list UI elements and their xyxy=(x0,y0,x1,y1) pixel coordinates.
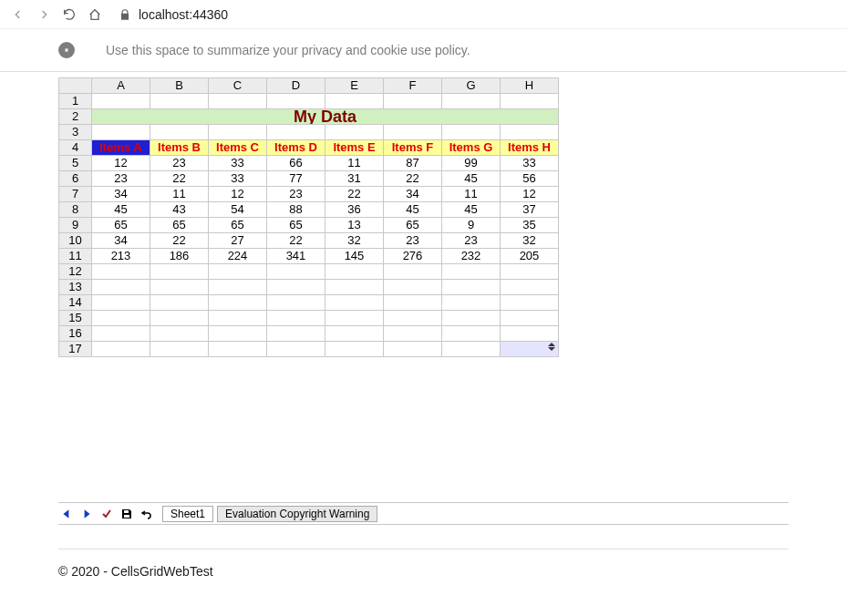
row-header[interactable]: 5 xyxy=(59,156,92,171)
empty-cell[interactable] xyxy=(150,94,209,109)
home-button[interactable] xyxy=(84,4,106,26)
empty-cell[interactable] xyxy=(384,326,442,342)
total-cell[interactable]: 224 xyxy=(209,249,267,264)
empty-cell[interactable] xyxy=(325,264,384,280)
empty-cell[interactable] xyxy=(442,280,501,295)
empty-cell[interactable] xyxy=(384,125,442,140)
empty-cell[interactable] xyxy=(92,125,150,140)
row-header[interactable]: 2 xyxy=(59,109,92,125)
data-cell[interactable]: 12 xyxy=(92,156,150,171)
empty-cell[interactable] xyxy=(267,326,325,342)
back-button[interactable] xyxy=(7,4,29,26)
data-cell[interactable]: 45 xyxy=(442,171,501,187)
row-header[interactable]: 1 xyxy=(59,94,92,109)
data-cell[interactable]: 88 xyxy=(267,202,325,218)
total-cell[interactable]: 205 xyxy=(501,249,559,264)
total-cell[interactable]: 213 xyxy=(92,249,150,264)
row-header[interactable]: 6 xyxy=(59,171,92,187)
data-cell[interactable]: 36 xyxy=(325,202,384,218)
empty-cell[interactable] xyxy=(325,280,384,295)
empty-cell[interactable] xyxy=(501,295,559,311)
column-label[interactable]: Items C xyxy=(209,140,267,156)
column-label[interactable]: Items G xyxy=(442,140,501,156)
column-label[interactable]: Items B xyxy=(150,140,209,156)
next-sheet-button[interactable] xyxy=(78,506,95,522)
empty-cell[interactable] xyxy=(209,264,267,280)
row-header[interactable]: 9 xyxy=(59,218,92,233)
data-cell[interactable]: 11 xyxy=(442,187,501,202)
empty-cell[interactable] xyxy=(442,295,501,311)
column-header[interactable]: A xyxy=(92,78,150,94)
column-header[interactable]: G xyxy=(442,78,501,94)
data-cell[interactable]: 22 xyxy=(267,233,325,249)
data-cell[interactable]: 23 xyxy=(267,187,325,202)
empty-cell[interactable] xyxy=(209,326,267,342)
empty-cell[interactable] xyxy=(384,311,442,326)
empty-cell[interactable] xyxy=(384,94,442,109)
empty-cell[interactable] xyxy=(92,342,150,357)
data-cell[interactable]: 87 xyxy=(384,156,442,171)
empty-cell[interactable] xyxy=(209,342,267,357)
data-cell[interactable]: 22 xyxy=(325,187,384,202)
data-cell[interactable]: 11 xyxy=(150,187,209,202)
data-cell[interactable]: 54 xyxy=(209,202,267,218)
empty-cell[interactable] xyxy=(92,295,150,311)
row-header[interactable]: 14 xyxy=(59,295,92,311)
empty-cell[interactable] xyxy=(267,280,325,295)
column-header[interactable]: B xyxy=(150,78,209,94)
data-cell[interactable]: 65 xyxy=(267,218,325,233)
data-cell[interactable]: 11 xyxy=(325,156,384,171)
data-cell[interactable]: 56 xyxy=(501,171,559,187)
data-cell[interactable]: 27 xyxy=(209,233,267,249)
data-cell[interactable]: 37 xyxy=(501,202,559,218)
spreadsheet-grid[interactable]: ABCDEFGH12My Data34Items AItems BItems C… xyxy=(58,77,559,357)
data-cell[interactable]: 32 xyxy=(501,233,559,249)
empty-cell[interactable] xyxy=(209,311,267,326)
row-header[interactable]: 12 xyxy=(59,264,92,280)
data-cell[interactable]: 65 xyxy=(384,218,442,233)
total-cell[interactable]: 341 xyxy=(267,249,325,264)
data-cell[interactable]: 12 xyxy=(501,187,559,202)
column-header[interactable]: H xyxy=(501,78,559,94)
empty-cell[interactable] xyxy=(325,94,384,109)
empty-cell[interactable] xyxy=(267,94,325,109)
data-cell[interactable]: 65 xyxy=(150,218,209,233)
empty-cell[interactable] xyxy=(384,342,442,357)
row-header[interactable]: 17 xyxy=(59,342,92,357)
row-header[interactable]: 15 xyxy=(59,311,92,326)
empty-cell[interactable] xyxy=(325,295,384,311)
data-cell[interactable]: 66 xyxy=(267,156,325,171)
total-cell[interactable]: 276 xyxy=(384,249,442,264)
empty-cell[interactable] xyxy=(442,342,501,357)
corner-cell[interactable] xyxy=(59,78,92,94)
data-cell[interactable]: 9 xyxy=(442,218,501,233)
data-cell[interactable]: 33 xyxy=(209,156,267,171)
empty-cell[interactable] xyxy=(92,326,150,342)
total-cell[interactable]: 232 xyxy=(442,249,501,264)
column-header[interactable]: E xyxy=(325,78,384,94)
total-cell[interactable]: 186 xyxy=(150,249,209,264)
empty-cell[interactable] xyxy=(267,125,325,140)
empty-cell[interactable] xyxy=(209,295,267,311)
row-header[interactable]: 7 xyxy=(59,187,92,202)
empty-cell[interactable] xyxy=(150,280,209,295)
data-cell[interactable]: 22 xyxy=(150,171,209,187)
empty-cell[interactable] xyxy=(92,264,150,280)
data-cell[interactable]: 22 xyxy=(384,171,442,187)
empty-cell[interactable] xyxy=(92,94,150,109)
empty-cell[interactable] xyxy=(267,295,325,311)
empty-cell[interactable] xyxy=(384,280,442,295)
row-header[interactable]: 16 xyxy=(59,326,92,342)
empty-cell[interactable] xyxy=(150,264,209,280)
empty-cell[interactable] xyxy=(501,125,559,140)
empty-cell[interactable] xyxy=(501,264,559,280)
undo-button[interactable] xyxy=(139,506,155,522)
data-cell[interactable]: 34 xyxy=(92,187,150,202)
data-cell[interactable]: 23 xyxy=(92,171,150,187)
data-cell[interactable]: 34 xyxy=(384,187,442,202)
row-header[interactable]: 3 xyxy=(59,125,92,140)
empty-cell[interactable] xyxy=(384,264,442,280)
empty-cell[interactable] xyxy=(209,125,267,140)
column-label[interactable]: Items D xyxy=(267,140,325,156)
row-header[interactable]: 8 xyxy=(59,202,92,218)
